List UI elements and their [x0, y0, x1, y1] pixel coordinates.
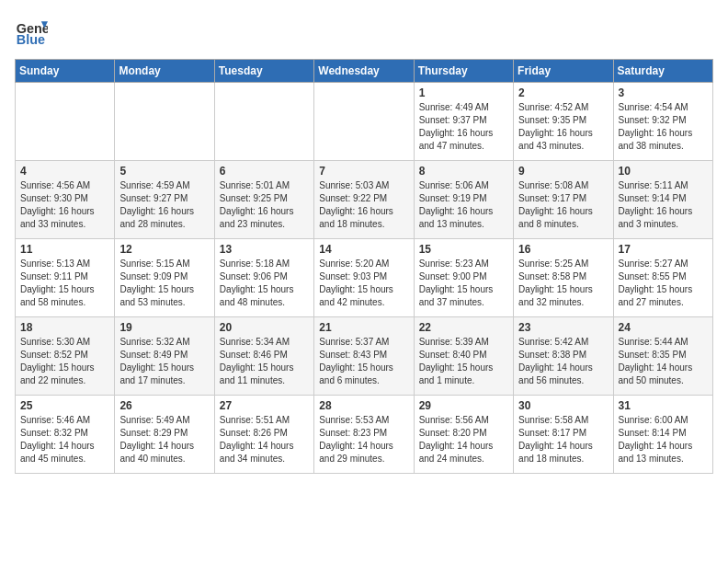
calendar-cell: 3Sunrise: 4:54 AM Sunset: 9:32 PM Daylig… [613, 83, 712, 161]
calendar-cell: 15Sunrise: 5:23 AM Sunset: 9:00 PM Dayli… [414, 239, 513, 317]
day-number: 31 [619, 399, 708, 412]
weekday-header-friday: Friday [514, 60, 613, 83]
day-info: Sunrise: 5:42 AM Sunset: 8:38 PM Dayligh… [518, 336, 608, 387]
weekday-header-sunday: Sunday [16, 60, 115, 83]
svg-text:Blue: Blue [17, 32, 45, 47]
day-info: Sunrise: 5:15 AM Sunset: 9:09 PM Dayligh… [119, 258, 209, 309]
calendar-cell: 16Sunrise: 5:25 AM Sunset: 8:58 PM Dayli… [514, 239, 613, 317]
day-number: 14 [319, 243, 408, 256]
day-number: 5 [119, 165, 209, 178]
calendar-cell [214, 83, 313, 161]
calendar-cell: 14Sunrise: 5:20 AM Sunset: 9:03 PM Dayli… [314, 239, 414, 317]
day-info: Sunrise: 5:34 AM Sunset: 8:46 PM Dayligh… [220, 336, 309, 387]
calendar-cell: 25Sunrise: 5:46 AM Sunset: 8:32 PM Dayli… [16, 396, 115, 474]
calendar-cell: 9Sunrise: 5:08 AM Sunset: 9:17 PM Daylig… [514, 161, 613, 239]
page-header: General Blue [15, 15, 713, 48]
day-number: 16 [518, 243, 608, 256]
day-info: Sunrise: 5:30 AM Sunset: 8:52 PM Dayligh… [20, 336, 109, 387]
day-number: 29 [419, 399, 508, 412]
calendar-cell: 1Sunrise: 4:49 AM Sunset: 9:37 PM Daylig… [414, 83, 513, 161]
day-info: Sunrise: 5:08 AM Sunset: 9:17 PM Dayligh… [518, 179, 608, 231]
day-number: 9 [518, 165, 608, 178]
day-info: Sunrise: 6:00 AM Sunset: 8:14 PM Dayligh… [619, 414, 708, 465]
day-number: 2 [518, 86, 608, 99]
day-info: Sunrise: 5:20 AM Sunset: 9:03 PM Dayligh… [319, 258, 408, 309]
day-number: 4 [20, 165, 109, 178]
weekday-header-tuesday: Tuesday [214, 60, 313, 83]
calendar-cell: 23Sunrise: 5:42 AM Sunset: 8:38 PM Dayli… [514, 317, 613, 396]
day-number: 30 [518, 399, 608, 412]
day-number: 25 [20, 399, 109, 412]
day-info: Sunrise: 4:52 AM Sunset: 9:35 PM Dayligh… [518, 101, 608, 153]
calendar-cell: 30Sunrise: 5:58 AM Sunset: 8:17 PM Dayli… [514, 396, 613, 474]
calendar-cell: 26Sunrise: 5:49 AM Sunset: 8:29 PM Dayli… [115, 396, 214, 474]
day-number: 23 [518, 321, 608, 334]
day-info: Sunrise: 5:23 AM Sunset: 9:00 PM Dayligh… [419, 258, 508, 309]
day-number: 20 [220, 321, 309, 334]
day-number: 19 [119, 321, 209, 334]
day-info: Sunrise: 5:25 AM Sunset: 8:58 PM Dayligh… [518, 258, 608, 309]
day-info: Sunrise: 5:32 AM Sunset: 8:49 PM Dayligh… [119, 336, 209, 387]
calendar-cell: 5Sunrise: 4:59 AM Sunset: 9:27 PM Daylig… [115, 161, 214, 239]
calendar-cell: 29Sunrise: 5:56 AM Sunset: 8:20 PM Dayli… [414, 396, 513, 474]
day-number: 8 [419, 165, 508, 178]
day-info: Sunrise: 5:44 AM Sunset: 8:35 PM Dayligh… [619, 336, 708, 387]
day-info: Sunrise: 4:59 AM Sunset: 9:27 PM Dayligh… [119, 179, 209, 231]
day-info: Sunrise: 5:56 AM Sunset: 8:20 PM Dayligh… [419, 414, 508, 465]
calendar-cell: 19Sunrise: 5:32 AM Sunset: 8:49 PM Dayli… [115, 317, 214, 396]
weekday-header-thursday: Thursday [414, 60, 513, 83]
day-info: Sunrise: 5:39 AM Sunset: 8:40 PM Dayligh… [419, 336, 508, 387]
calendar-cell: 17Sunrise: 5:27 AM Sunset: 8:55 PM Dayli… [613, 239, 712, 317]
calendar-week-4: 18Sunrise: 5:30 AM Sunset: 8:52 PM Dayli… [16, 317, 713, 396]
day-number: 6 [220, 165, 309, 178]
calendar-cell: 11Sunrise: 5:13 AM Sunset: 9:11 PM Dayli… [16, 239, 115, 317]
calendar-week-5: 25Sunrise: 5:46 AM Sunset: 8:32 PM Dayli… [16, 396, 713, 474]
day-info: Sunrise: 5:06 AM Sunset: 9:19 PM Dayligh… [419, 179, 508, 231]
day-number: 15 [419, 243, 508, 256]
day-number: 27 [220, 399, 309, 412]
calendar-week-3: 11Sunrise: 5:13 AM Sunset: 9:11 PM Dayli… [16, 239, 713, 317]
weekday-header-saturday: Saturday [613, 60, 712, 83]
day-info: Sunrise: 5:51 AM Sunset: 8:26 PM Dayligh… [220, 414, 309, 465]
day-info: Sunrise: 5:27 AM Sunset: 8:55 PM Dayligh… [619, 258, 708, 309]
weekday-header-monday: Monday [115, 60, 214, 83]
day-number: 17 [619, 243, 708, 256]
calendar-cell: 12Sunrise: 5:15 AM Sunset: 9:09 PM Dayli… [115, 239, 214, 317]
day-number: 24 [619, 321, 708, 334]
day-info: Sunrise: 5:49 AM Sunset: 8:29 PM Dayligh… [119, 414, 209, 465]
calendar-cell: 22Sunrise: 5:39 AM Sunset: 8:40 PM Dayli… [414, 317, 513, 396]
calendar-cell: 31Sunrise: 6:00 AM Sunset: 8:14 PM Dayli… [613, 396, 712, 474]
calendar-cell: 7Sunrise: 5:03 AM Sunset: 9:22 PM Daylig… [314, 161, 414, 239]
calendar-cell: 18Sunrise: 5:30 AM Sunset: 8:52 PM Dayli… [16, 317, 115, 396]
day-number: 18 [20, 321, 109, 334]
day-number: 7 [319, 165, 408, 178]
calendar-week-2: 4Sunrise: 4:56 AM Sunset: 9:30 PM Daylig… [16, 161, 713, 239]
calendar-cell [16, 83, 115, 161]
calendar-cell: 6Sunrise: 5:01 AM Sunset: 9:25 PM Daylig… [214, 161, 313, 239]
calendar-cell: 2Sunrise: 4:52 AM Sunset: 9:35 PM Daylig… [514, 83, 613, 161]
day-info: Sunrise: 5:18 AM Sunset: 9:06 PM Dayligh… [220, 258, 309, 309]
calendar-cell: 21Sunrise: 5:37 AM Sunset: 8:43 PM Dayli… [314, 317, 414, 396]
day-number: 21 [319, 321, 408, 334]
calendar-cell: 13Sunrise: 5:18 AM Sunset: 9:06 PM Dayli… [214, 239, 313, 317]
day-number: 26 [119, 399, 209, 412]
calendar-cell: 20Sunrise: 5:34 AM Sunset: 8:46 PM Dayli… [214, 317, 313, 396]
calendar-cell: 4Sunrise: 4:56 AM Sunset: 9:30 PM Daylig… [16, 161, 115, 239]
weekday-header-wednesday: Wednesday [314, 60, 414, 83]
day-number: 3 [619, 86, 708, 99]
day-number: 12 [119, 243, 209, 256]
calendar-cell: 8Sunrise: 5:06 AM Sunset: 9:19 PM Daylig… [414, 161, 513, 239]
day-number: 28 [319, 399, 408, 412]
calendar-cell: 28Sunrise: 5:53 AM Sunset: 8:23 PM Dayli… [314, 396, 414, 474]
calendar-cell [115, 83, 214, 161]
day-info: Sunrise: 4:54 AM Sunset: 9:32 PM Dayligh… [619, 101, 708, 153]
calendar-cell: 10Sunrise: 5:11 AM Sunset: 9:14 PM Dayli… [613, 161, 712, 239]
day-info: Sunrise: 5:37 AM Sunset: 8:43 PM Dayligh… [319, 336, 408, 387]
logo-icon: General Blue [15, 15, 48, 48]
day-info: Sunrise: 4:49 AM Sunset: 9:37 PM Dayligh… [419, 101, 508, 153]
day-number: 1 [419, 86, 508, 99]
day-info: Sunrise: 5:53 AM Sunset: 8:23 PM Dayligh… [319, 414, 408, 465]
day-number: 22 [419, 321, 508, 334]
day-number: 13 [220, 243, 309, 256]
calendar-week-1: 1Sunrise: 4:49 AM Sunset: 9:37 PM Daylig… [16, 83, 713, 161]
